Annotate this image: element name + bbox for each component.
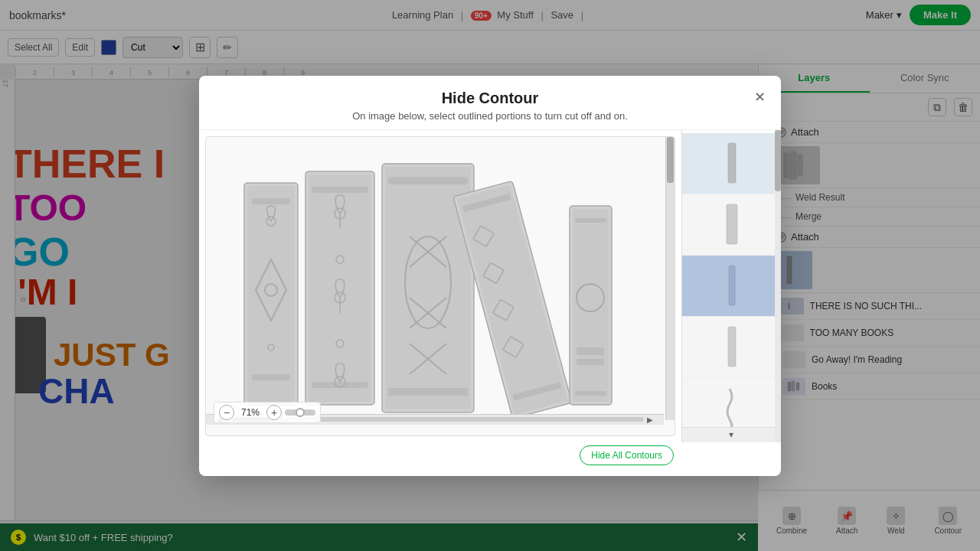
svg-rect-55: [729, 266, 735, 305]
svg-rect-52: [577, 359, 604, 365]
hide-all-contours-button[interactable]: Hide All Contours: [580, 445, 674, 465]
scroll-right-arrow[interactable]: ▶: [647, 416, 653, 424]
modal-close-button[interactable]: ✕: [749, 86, 770, 108]
books-illustration: [214, 145, 675, 435]
thumbs-scrollbar-thumb: [775, 130, 781, 191]
zoom-percentage: 71%: [237, 407, 263, 418]
svg-rect-51: [577, 347, 604, 355]
zoom-in-button[interactable]: +: [266, 405, 282, 420]
preview-scrollbar-vertical-thumb: [667, 137, 674, 183]
thumb-item-3[interactable]: [682, 256, 781, 317]
thumb-item-4[interactable]: [682, 317, 781, 378]
thumb-item-2[interactable]: [682, 194, 781, 256]
modal-preview-inner: [206, 137, 675, 435]
modal-footer: Hide All Contours: [199, 442, 781, 476]
modal-title: Hide Contour: [214, 90, 766, 107]
svg-rect-9: [247, 186, 295, 402]
modal-overlay: Hide Contour On image below, select outl…: [0, 0, 980, 551]
modal-thumbs-panel: ▾: [681, 130, 781, 442]
zoom-slider-thumb: [296, 408, 305, 417]
svg-rect-56: [728, 327, 736, 367]
modal-preview-pane: ◀ ▶ − 71% +: [205, 136, 675, 436]
thumb-item-1[interactable]: [682, 133, 781, 194]
modal-body: ◀ ▶ − 71% +: [199, 129, 781, 442]
svg-rect-54: [727, 204, 737, 244]
svg-rect-48: [575, 218, 606, 223]
zoom-slider[interactable]: [285, 409, 315, 416]
modal-header: Hide Contour On image below, select outl…: [199, 76, 781, 129]
thumbs-scroll-down-button[interactable]: ▾: [681, 427, 781, 442]
svg-rect-30: [388, 388, 468, 396]
svg-rect-49: [575, 391, 606, 396]
svg-rect-11: [252, 374, 290, 380]
svg-rect-10: [252, 198, 290, 204]
preview-scrollbar-vertical[interactable]: [665, 137, 675, 420]
svg-rect-53: [728, 143, 736, 183]
svg-rect-18: [312, 187, 368, 193]
modal-subtitle: On image below, select outlined portions…: [214, 110, 766, 122]
zoom-out-button[interactable]: −: [219, 405, 234, 420]
thumbs-scrollbar[interactable]: [775, 130, 781, 442]
svg-rect-29: [388, 177, 468, 184]
hide-contour-modal: Hide Contour On image below, select outl…: [199, 76, 781, 476]
zoom-controls: − 71% +: [214, 402, 321, 423]
